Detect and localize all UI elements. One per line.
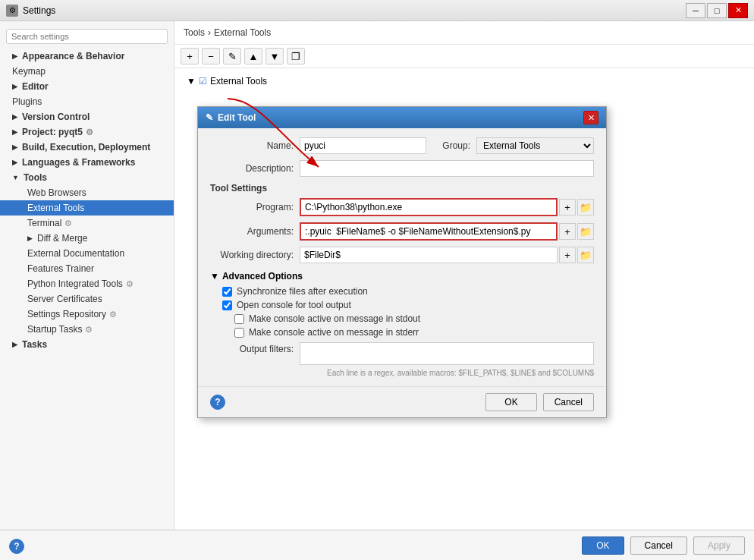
add-button[interactable]: + [181,48,199,64]
arguments-row: Arguments: + 📁 [210,222,594,241]
sync-files-checkbox[interactable] [222,287,232,297]
sync-icon: ⚙ [85,325,93,335]
breadcrumb-external-tools: External Tools [214,27,271,38]
open-console-row: Open console for tool output [222,300,594,310]
open-console-label[interactable]: Open console for tool output [237,300,351,310]
main-help-button[interactable]: ? [9,539,24,554]
open-console-checkbox[interactable] [222,300,232,310]
title-bar-title: Settings [23,5,55,16]
search-input[interactable] [6,29,168,44]
modal-icon: ✎ [206,112,213,123]
title-bar-controls: ─ □ ✕ [686,3,748,18]
tree-external-tools[interactable]: ▼ ☑ External Tools [184,74,745,88]
bottom-bar: ? OK Cancel Apply [0,530,754,560]
sidebar-item-appearance[interactable]: ▶ Appearance & Behavior [0,49,174,64]
dialog-cancel-button[interactable]: Cancel [543,393,594,411]
arguments-input-group: + 📁 [300,222,594,241]
sidebar-item-web-browsers[interactable]: Web Browsers [0,185,174,200]
sidebar-item-python-integrated[interactable]: Python Integrated Tools ⚙ [0,276,174,291]
main-container: ▶ Appearance & Behavior Keymap ▶ Editor … [0,21,754,560]
close-button[interactable]: ✕ [728,3,748,18]
edit-button[interactable]: ✎ [223,48,241,64]
expand-icon: ▶ [12,159,17,166]
minimize-button[interactable]: ─ [686,3,705,18]
arguments-input[interactable] [300,222,558,241]
advanced-section: ▼ Advanced Options Synchronize files aft… [210,271,594,377]
program-browse-button[interactable]: 📁 [577,199,594,216]
title-bar: ⚙ Settings ─ □ ✕ [0,0,754,21]
sidebar-item-diff-merge[interactable]: ▶ Diff & Merge [0,231,174,246]
expand-icon: ▶ [12,128,17,136]
name-input[interactable] [300,137,426,154]
tool-settings-header: Tool Settings [210,183,594,193]
modal-close-button[interactable]: ✕ [583,111,598,124]
sidebar-item-keymap[interactable]: Keymap [0,64,174,79]
sidebar-item-startup-tasks[interactable]: Startup Tasks ⚙ [0,322,174,337]
sync-icon: ⚙ [109,310,117,319]
sidebar-item-server-certificates[interactable]: Server Certificates [0,291,174,307]
main-apply-button[interactable]: Apply [693,536,745,555]
expand-icon: ▶ [12,52,17,60]
main-ok-button[interactable]: OK [582,536,624,555]
dialog-ok-button[interactable]: OK [485,393,536,411]
working-dir-browse-button[interactable]: 📁 [577,247,594,263]
description-row: Description: [210,160,594,177]
remove-button[interactable]: − [202,48,220,64]
move-down-button[interactable]: ▼ [265,48,284,64]
sync-icon: ⚙ [64,219,72,228]
sync-files-row: Synchronize files after execution [222,286,594,297]
arguments-add-macro-button[interactable]: + [559,223,576,240]
content-area: ▶ Appearance & Behavior Keymap ▶ Editor … [0,21,754,530]
group-select[interactable]: External Tools [476,137,594,154]
program-add-macro-button[interactable]: + [559,199,576,216]
maximize-button[interactable]: □ [707,3,727,18]
copy-button[interactable]: ❐ [287,48,305,64]
help-button[interactable]: ? [210,395,225,410]
sidebar-item-plugins[interactable]: Plugins [0,94,174,109]
sidebar-item-build[interactable]: ▶ Build, Execution, Deployment [0,140,174,155]
active-stderr-checkbox[interactable] [234,328,244,338]
active-stdout-checkbox[interactable] [234,314,244,324]
working-dir-input[interactable] [300,247,558,263]
move-up-button[interactable]: ▲ [244,48,262,64]
sidebar-item-features-trainer[interactable]: Features Trainer [0,261,174,276]
active-stdout-label[interactable]: Make console active on message in stdout [249,313,420,324]
sidebar-item-external-documentation[interactable]: External Documentation [0,246,174,261]
output-filters-textarea[interactable] [300,342,594,365]
title-bar-left: ⚙ Settings [6,5,55,17]
main-cancel-button[interactable]: Cancel [630,536,687,555]
expand-icon: ▶ [12,143,17,151]
output-filters-row: Output filters: Each line is a regex, av… [210,342,594,377]
program-input-group: + 📁 [300,198,594,216]
modal-title: Edit Tool [218,112,256,123]
active-stderr-label[interactable]: Make console active on message in stderr [249,327,419,338]
program-input[interactable] [300,198,558,216]
working-dir-add-macro-button[interactable]: + [559,247,576,263]
sync-files-label[interactable]: Synchronize files after execution [237,286,368,297]
sidebar-item-terminal[interactable]: Terminal ⚙ [0,216,174,231]
output-filters-label: Output filters: [210,342,294,354]
advanced-toggle[interactable]: ▼ Advanced Options [210,271,594,282]
name-row: Name: Group: External Tools [210,137,594,154]
sidebar-item-languages[interactable]: ▶ Languages & Frameworks [0,155,174,170]
description-label: Description: [210,163,294,174]
expand-icon: ▶ [12,83,17,90]
modal-title-bar: ✎ Edit Tool ✕ [198,107,606,128]
sidebar-item-tools[interactable]: ▼ Tools [0,170,174,185]
sidebar-item-tasks[interactable]: ▶ Tasks [0,337,174,352]
description-input[interactable] [300,160,594,177]
sidebar-item-version-control[interactable]: ▶ Version Control [0,109,174,124]
panel-content: ▼ ☑ External Tools ✎ Edit Tool ✕ [174,68,754,530]
name-label: Name: [210,140,294,151]
main-panel: Tools › External Tools + − ✎ ▲ ▼ ❐ [174,21,754,530]
sidebar-item-editor[interactable]: ▶ Editor [0,79,174,94]
sidebar-item-external-tools[interactable]: External Tools [0,200,174,216]
arguments-browse-button[interactable]: 📁 [577,223,594,240]
modal-body: Name: Group: External Tools [198,128,606,386]
sidebar-item-project[interactable]: ▶ Project: pyqt5 ⚙ [0,124,174,140]
edit-tool-dialog: ✎ Edit Tool ✕ Name: Group: [197,106,607,418]
advanced-label: Advanced Options [222,271,303,282]
tree-label: External Tools [210,76,267,87]
sidebar-item-settings-repository[interactable]: Settings Repository ⚙ [0,307,174,322]
tree-arrow: ▼ [187,76,196,87]
